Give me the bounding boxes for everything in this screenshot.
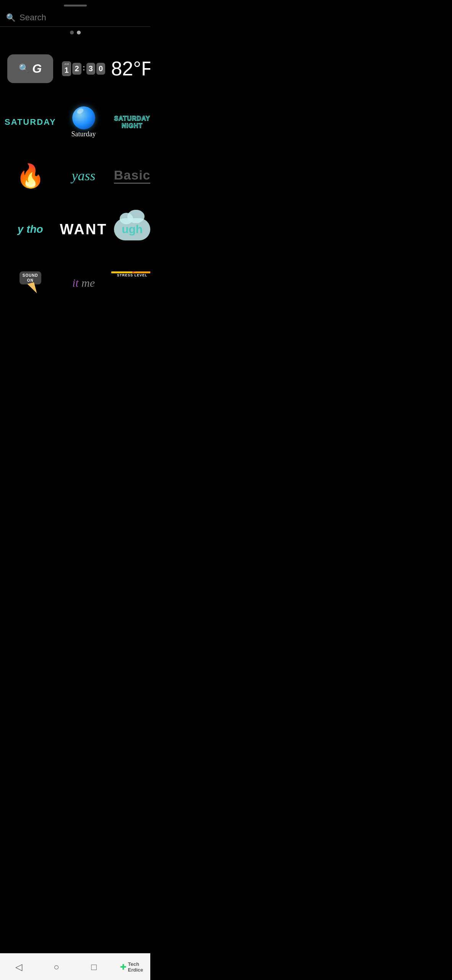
sticker-itme[interactable]: it me [60,258,107,308]
search-container: 🔍 [0,10,150,27]
sticker-stress-level[interactable]: STRESS LEVEL [111,258,150,308]
sticker-g-letter: G [32,62,42,76]
ugh-label: ugh [122,223,143,235]
clock-hour-2: 2 [72,63,81,75]
sticker-basic[interactable]: Basic [111,151,150,201]
disco-ball-icon [72,106,95,129]
sticker-yass[interactable]: yass [60,151,107,201]
top-handle [0,0,150,10]
stickers-grid: 🔍 G AM 1 2 : 3 0 82°F SATURDAY Saturday … [0,40,150,312]
saturday-night-label: SATURDAY NIGHT [111,115,150,129]
sound-on-label: SOUNDON [20,271,41,284]
sticker-ytho[interactable]: y tho [5,204,56,254]
temp-value: 82°F [111,57,150,80]
sticker-sound-on[interactable]: SOUNDON [5,258,56,308]
search-small-icon: 🔍 [19,64,29,74]
search-icon: 🔍 [6,13,16,22]
sticker-saturday-night[interactable]: SATURDAY NIGHT [111,97,150,147]
page-dots [0,27,150,40]
clock-min-1: 3 [86,63,95,75]
clock-hour-1: AM 1 [62,61,71,76]
sticker-clock[interactable]: AM 1 2 : 3 0 [60,44,107,93]
sticker-saturday-text[interactable]: SATURDAY [5,97,56,147]
handle-bar [64,5,87,7]
saturday-label: SATURDAY [5,117,56,127]
yass-label: yass [72,168,96,184]
disco-text: Saturday [72,130,96,138]
sticker-lit[interactable]: 🔥 [5,151,56,201]
itme-label: it me [72,276,95,289]
me-part: me [79,276,95,289]
sticker-search-g[interactable]: 🔍 G [5,44,56,93]
ytho-label: y tho [18,223,43,235]
sticker-saturday-disco[interactable]: Saturday [60,97,107,147]
clock-min-2: 0 [96,63,105,75]
dot-2[interactable] [77,31,81,34]
search-input[interactable] [20,13,144,23]
dot-1[interactable] [70,31,74,34]
search-bar[interactable]: 🔍 [6,13,144,26]
basic-label: Basic [114,168,150,184]
sticker-ugh[interactable]: ugh [111,204,150,254]
it-part: it [72,276,79,289]
flame-icon: 🔥 [16,162,45,189]
want-label: WANT [60,221,107,238]
stress-label: STRESS LEVEL [117,273,148,277]
stress-arc: STRESS LEVEL [111,271,150,294]
sticker-temp[interactable]: 82°F [111,44,150,93]
sticker-want[interactable]: WANT [60,204,107,254]
